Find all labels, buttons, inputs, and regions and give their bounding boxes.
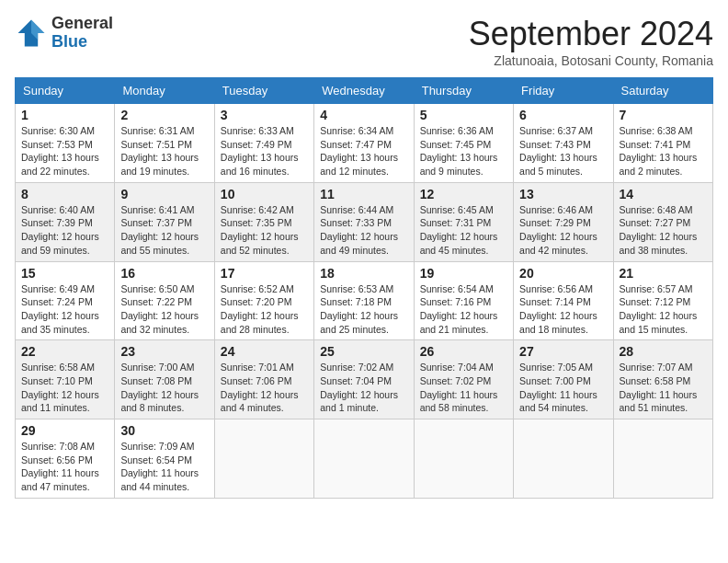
calendar-header-tuesday: Tuesday (214, 78, 313, 104)
calendar-header-saturday: Saturday (613, 78, 712, 104)
day-info: Sunrise: 6:38 AM Sunset: 7:41 PM Dayligh… (620, 124, 707, 178)
calendar-cell: 29Sunrise: 7:08 AM Sunset: 6:56 PM Dayli… (16, 419, 115, 499)
day-info: Sunrise: 6:50 AM Sunset: 7:22 PM Dayligh… (120, 282, 208, 337)
calendar-cell: 7Sunrise: 6:38 AM Sunset: 7:41 PM Daylig… (613, 104, 712, 183)
day-number: 4 (320, 108, 407, 122)
calendar-cell (514, 419, 613, 499)
day-info: Sunrise: 7:01 AM Sunset: 7:06 PM Dayligh… (221, 361, 308, 415)
day-info: Sunrise: 6:30 AM Sunset: 7:53 PM Dayligh… (21, 124, 108, 178)
calendar-cell: 13Sunrise: 6:46 AM Sunset: 7:29 PM Dayli… (514, 182, 613, 261)
calendar-cell: 24Sunrise: 7:01 AM Sunset: 7:06 PM Dayli… (214, 340, 313, 419)
day-number: 21 (620, 266, 707, 281)
calendar-cell: 5Sunrise: 6:36 AM Sunset: 7:45 PM Daylig… (414, 104, 513, 183)
day-info: Sunrise: 6:53 AM Sunset: 7:18 PM Dayligh… (320, 282, 407, 337)
calendar-cell: 8Sunrise: 6:40 AM Sunset: 7:39 PM Daylig… (16, 182, 115, 261)
day-number: 6 (519, 108, 607, 122)
day-number: 23 (120, 344, 208, 359)
calendar-cell: 14Sunrise: 6:48 AM Sunset: 7:27 PM Dayli… (613, 182, 712, 261)
calendar-cell: 20Sunrise: 6:56 AM Sunset: 7:14 PM Dayli… (514, 261, 613, 340)
calendar-header-row: SundayMondayTuesdayWednesdayThursdayFrid… (16, 78, 713, 104)
calendar-cell (314, 419, 414, 499)
day-number: 3 (221, 108, 308, 122)
calendar-cell: 28Sunrise: 7:07 AM Sunset: 6:58 PM Dayli… (613, 340, 712, 419)
day-number: 12 (420, 187, 507, 201)
day-info: Sunrise: 6:41 AM Sunset: 7:37 PM Dayligh… (120, 203, 208, 258)
day-info: Sunrise: 6:52 AM Sunset: 7:20 PM Dayligh… (221, 282, 308, 337)
calendar-cell: 26Sunrise: 7:04 AM Sunset: 7:02 PM Dayli… (414, 340, 513, 419)
day-number: 2 (120, 108, 208, 122)
title-block: September 2024 Zlatunoaia, Botosani Coun… (469, 15, 713, 68)
calendar-cell: 16Sunrise: 6:50 AM Sunset: 7:22 PM Dayli… (115, 261, 214, 340)
calendar-week-row: 1Sunrise: 6:30 AM Sunset: 7:53 PM Daylig… (16, 104, 713, 183)
calendar-cell: 17Sunrise: 6:52 AM Sunset: 7:20 PM Dayli… (214, 261, 313, 340)
day-info: Sunrise: 6:31 AM Sunset: 7:51 PM Dayligh… (120, 124, 208, 178)
day-info: Sunrise: 7:04 AM Sunset: 7:02 PM Dayligh… (420, 361, 507, 415)
calendar-cell (613, 419, 712, 499)
day-info: Sunrise: 6:42 AM Sunset: 7:35 PM Dayligh… (221, 203, 308, 258)
calendar-cell: 4Sunrise: 6:34 AM Sunset: 7:47 PM Daylig… (314, 104, 414, 183)
day-info: Sunrise: 6:56 AM Sunset: 7:14 PM Dayligh… (519, 282, 607, 337)
calendar-cell: 11Sunrise: 6:44 AM Sunset: 7:33 PM Dayli… (314, 182, 414, 261)
day-number: 11 (320, 187, 407, 201)
calendar-week-row: 22Sunrise: 6:58 AM Sunset: 7:10 PM Dayli… (16, 340, 713, 419)
calendar-cell: 30Sunrise: 7:09 AM Sunset: 6:54 PM Dayli… (115, 419, 214, 499)
logo-blue: Blue (51, 32, 87, 51)
calendar-cell: 15Sunrise: 6:49 AM Sunset: 7:24 PM Dayli… (16, 261, 115, 340)
day-info: Sunrise: 7:00 AM Sunset: 7:08 PM Dayligh… (120, 361, 208, 415)
calendar-cell (414, 419, 513, 499)
day-info: Sunrise: 6:36 AM Sunset: 7:45 PM Dayligh… (420, 124, 507, 178)
calendar-cell: 9Sunrise: 6:41 AM Sunset: 7:37 PM Daylig… (115, 182, 214, 261)
month-title: September 2024 (469, 15, 713, 53)
calendar-header-friday: Friday (514, 78, 613, 104)
day-number: 18 (320, 266, 407, 281)
day-number: 20 (519, 266, 607, 281)
calendar-cell: 23Sunrise: 7:00 AM Sunset: 7:08 PM Dayli… (115, 340, 214, 419)
day-info: Sunrise: 6:57 AM Sunset: 7:12 PM Dayligh… (620, 282, 707, 337)
calendar-cell: 18Sunrise: 6:53 AM Sunset: 7:18 PM Dayli… (314, 261, 414, 340)
day-number: 28 (620, 344, 707, 359)
day-number: 16 (120, 266, 208, 281)
day-number: 26 (420, 344, 507, 359)
day-number: 24 (221, 344, 308, 359)
day-info: Sunrise: 7:05 AM Sunset: 7:00 PM Dayligh… (519, 361, 607, 415)
day-info: Sunrise: 6:37 AM Sunset: 7:43 PM Dayligh… (519, 124, 607, 178)
day-info: Sunrise: 6:58 AM Sunset: 7:10 PM Dayligh… (21, 361, 108, 415)
calendar-header-thursday: Thursday (414, 78, 513, 104)
day-number: 14 (620, 187, 707, 201)
calendar-cell: 3Sunrise: 6:33 AM Sunset: 7:49 PM Daylig… (214, 104, 313, 183)
day-info: Sunrise: 7:08 AM Sunset: 6:56 PM Dayligh… (21, 440, 108, 494)
day-info: Sunrise: 6:54 AM Sunset: 7:16 PM Dayligh… (420, 282, 507, 337)
day-number: 10 (221, 187, 308, 201)
day-number: 7 (620, 108, 707, 122)
calendar-cell: 1Sunrise: 6:30 AM Sunset: 7:53 PM Daylig… (16, 104, 115, 183)
logo: General Blue (15, 15, 113, 52)
day-number: 22 (21, 344, 108, 359)
calendar-header-sunday: Sunday (16, 78, 115, 104)
day-info: Sunrise: 6:46 AM Sunset: 7:29 PM Dayligh… (519, 203, 607, 258)
logo-general: General (51, 14, 113, 32)
day-number: 29 (21, 423, 108, 438)
logo-icon (15, 17, 48, 50)
day-info: Sunrise: 7:07 AM Sunset: 6:58 PM Dayligh… (620, 361, 707, 415)
calendar-cell (214, 419, 313, 499)
day-info: Sunrise: 6:40 AM Sunset: 7:39 PM Dayligh… (21, 203, 108, 258)
day-info: Sunrise: 6:33 AM Sunset: 7:49 PM Dayligh… (221, 124, 308, 178)
calendar-week-row: 29Sunrise: 7:08 AM Sunset: 6:56 PM Dayli… (16, 419, 713, 499)
day-number: 17 (221, 266, 308, 281)
calendar-cell: 6Sunrise: 6:37 AM Sunset: 7:43 PM Daylig… (514, 104, 613, 183)
calendar-cell: 2Sunrise: 6:31 AM Sunset: 7:51 PM Daylig… (115, 104, 214, 183)
location-subtitle: Zlatunoaia, Botosani County, Romania (469, 53, 713, 68)
day-info: Sunrise: 6:45 AM Sunset: 7:31 PM Dayligh… (420, 203, 507, 258)
calendar-week-row: 8Sunrise: 6:40 AM Sunset: 7:39 PM Daylig… (16, 182, 713, 261)
calendar-header-monday: Monday (115, 78, 214, 104)
calendar-cell: 19Sunrise: 6:54 AM Sunset: 7:16 PM Dayli… (414, 261, 513, 340)
day-info: Sunrise: 6:34 AM Sunset: 7:47 PM Dayligh… (320, 124, 407, 178)
day-number: 25 (320, 344, 407, 359)
day-info: Sunrise: 6:49 AM Sunset: 7:24 PM Dayligh… (21, 282, 108, 337)
day-number: 27 (519, 344, 607, 359)
day-info: Sunrise: 7:02 AM Sunset: 7:04 PM Dayligh… (320, 361, 407, 415)
calendar-header-wednesday: Wednesday (314, 78, 414, 104)
calendar-cell: 25Sunrise: 7:02 AM Sunset: 7:04 PM Dayli… (314, 340, 414, 419)
day-number: 8 (21, 187, 108, 201)
day-number: 30 (120, 423, 208, 438)
